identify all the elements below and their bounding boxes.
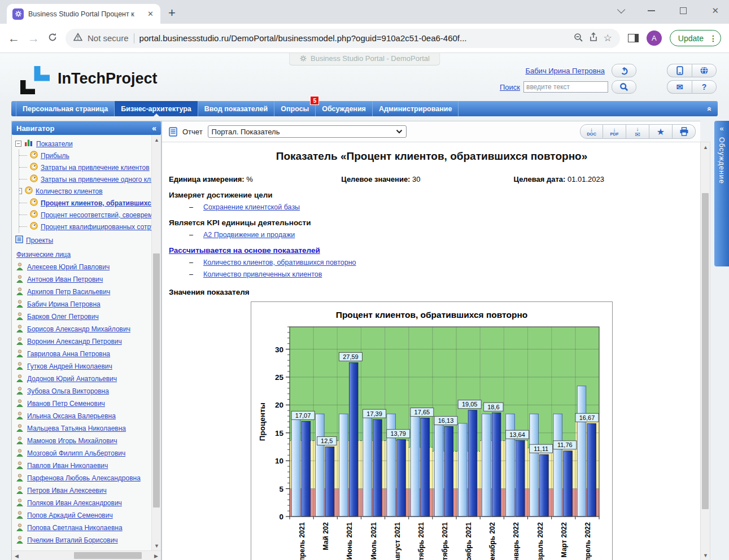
- person-link[interactable]: Гаврилова Анна Петровна: [27, 350, 110, 358]
- person-link[interactable]: Барков Олег Петрович: [27, 313, 99, 321]
- main-scroll-up-icon[interactable]: ▲: [701, 142, 710, 152]
- person-link[interactable]: Зубова Ольга Викторовна: [27, 387, 109, 395]
- print-button[interactable]: [673, 124, 696, 139]
- person-link[interactable]: Попов Аркадий Семенович: [27, 511, 113, 519]
- search-button[interactable]: [612, 80, 636, 94]
- sidebar-vertical-scrollbar[interactable]: ▲ ▼: [151, 135, 161, 550]
- scroll-right-icon[interactable]: ▶: [151, 551, 161, 560]
- person-link[interactable]: Додонов Юрий Анатольевич: [27, 375, 117, 383]
- scroll-left-icon[interactable]: ◀: [12, 551, 21, 560]
- nav-tab-item[interactable]: Персональная страница: [16, 101, 115, 116]
- nav-tab-item[interactable]: Ввод показателей: [198, 101, 274, 116]
- related-indicator-link[interactable]: Количество привлеченных клиентов: [203, 270, 322, 278]
- tab-close-icon[interactable]: ✕: [146, 10, 155, 18]
- sidebar-item-indicator[interactable]: Затраты на привлечение одного клие: [41, 176, 151, 183]
- svg-text:13,64: 13,64: [509, 431, 525, 438]
- nav-tabs: Персональная страницаБизнес-архитектураВ…: [11, 101, 459, 116]
- main-scroll-thumb[interactable]: [702, 193, 709, 509]
- sidebar-item-projects[interactable]: Проекты: [26, 237, 53, 244]
- person-link[interactable]: Мамонов Игорь Михайлович: [27, 437, 117, 445]
- new-tab-button[interactable]: +: [168, 6, 176, 20]
- sidebar-item-indicator[interactable]: Затраты на привлечение клиентов: [41, 164, 150, 172]
- report-select[interactable]: Портал. Показатель: [208, 125, 407, 138]
- nav-tab-item[interactable]: Обсуждения: [316, 101, 373, 116]
- person-link[interactable]: Антонов Иван Петрович: [27, 275, 103, 283]
- brand-name: InTechProject: [58, 70, 158, 88]
- section-heading-link[interactable]: Рассчитывается на основе показателей: [169, 246, 320, 255]
- discussion-panel-tab[interactable]: « Обсуждение: [714, 121, 729, 266]
- language-globe-button[interactable]: [692, 64, 717, 77]
- export-doc-button[interactable]: ↓DOC: [580, 124, 603, 139]
- sidebar-item-indicator[interactable]: Процент клиентов, обратившихся: [41, 199, 151, 207]
- nav-tab-item[interactable]: Администрирование: [373, 101, 459, 116]
- related-indicator-link[interactable]: Количество клиентов, обратившихся повтор…: [203, 259, 356, 266]
- export-pdf-button[interactable]: ↓PDF: [603, 124, 626, 139]
- related-indicator-link[interactable]: Сохранение клиентской базы: [203, 203, 300, 211]
- person-link[interactable]: Алексеев Юрий Павлович: [27, 263, 110, 271]
- person-link[interactable]: Воронин Александр Петрович: [27, 338, 122, 345]
- person-link[interactable]: Мальцева Татьяна Николаевна: [27, 425, 126, 432]
- person-link[interactable]: Поляков Иван Александрович: [27, 499, 122, 507]
- browser-menu-dots-icon[interactable]: ⋮: [709, 34, 717, 43]
- person-link[interactable]: Мозговой Филипп Альбертович: [27, 449, 125, 457]
- zoom-indicator-icon[interactable]: [573, 32, 583, 45]
- sidebar-item-indicators[interactable]: Показатели: [36, 140, 73, 148]
- person-link[interactable]: Парфенова Любовь Александровна: [27, 474, 141, 482]
- share-icon[interactable]: [588, 32, 599, 45]
- help-button[interactable]: ?: [692, 80, 717, 94]
- person-link[interactable]: Попова Светлана Николаевна: [27, 524, 123, 532]
- person-link[interactable]: Павлов Иван Николаевич: [27, 462, 108, 470]
- navbar-collapse-button[interactable]: «: [702, 101, 718, 116]
- sidebar-item-indicator[interactable]: Количество клиентов: [36, 187, 103, 195]
- update-browser-button[interactable]: Update ⋮: [670, 30, 721, 46]
- profile-avatar[interactable]: A: [647, 30, 662, 46]
- bookmark-star-icon[interactable]: ☆: [604, 32, 612, 44]
- person-link[interactable]: Петров Иван Алексеевич: [27, 487, 107, 495]
- logout-button[interactable]: [612, 64, 636, 77]
- window-maximize-icon[interactable]: [680, 7, 687, 14]
- collapse-expander-icon[interactable]: –: [15, 141, 21, 147]
- expand-icon[interactable]: +: [19, 188, 22, 194]
- side-panel-icon[interactable]: [628, 34, 639, 42]
- back-button[interactable]: ←: [8, 32, 20, 45]
- send-mail-button[interactable]: ↓✉: [626, 124, 649, 139]
- sidebar-scroll-thumb[interactable]: [153, 253, 160, 508]
- tab-title: Business Studio Portal Процент к: [28, 10, 142, 18]
- person-link[interactable]: Пчелкин Виталий Борисович: [27, 536, 118, 544]
- person-link[interactable]: Иванов Петр Семенович: [27, 400, 105, 408]
- sidebar-item-indicator[interactable]: Процент квалифицированных сотруд: [41, 223, 151, 231]
- sidebar-item-indicator[interactable]: Процент несоответствий, своевреме: [41, 211, 151, 219]
- forward-button[interactable]: →: [28, 32, 40, 45]
- current-user-link[interactable]: Бабич Ирина Петровна: [525, 67, 605, 75]
- scroll-up-icon[interactable]: ▲: [152, 135, 161, 145]
- sidebar-horizontal-scrollbar[interactable]: ◀ ▶: [12, 550, 161, 560]
- window-menu-chevron-icon[interactable]: [617, 6, 625, 14]
- scroll-down-icon[interactable]: ▼: [152, 541, 161, 550]
- sidebar-item-indicator[interactable]: Прибыль: [41, 152, 69, 160]
- search-input[interactable]: [523, 81, 608, 93]
- person-link[interactable]: Ильина Оксана Валерьевна: [27, 412, 116, 420]
- window-close-icon[interactable]: ✕: [711, 6, 719, 16]
- address-bar[interactable]: Not secure portal.businessstudio.ru/Demo…: [66, 29, 620, 48]
- reload-button[interactable]: [47, 32, 58, 45]
- sidebar-item-persons-header[interactable]: Физические лица: [16, 251, 151, 259]
- window-minimize-icon[interactable]: [648, 10, 655, 11]
- person-link[interactable]: Архипов Петр Васильевич: [27, 288, 110, 296]
- nav-tab-item[interactable]: Опросы5: [274, 101, 316, 116]
- sidebar-hscroll-thumb[interactable]: [74, 552, 142, 559]
- main-scroll-down-icon[interactable]: ▼: [701, 550, 710, 560]
- not-secure-warning-icon[interactable]: [73, 33, 82, 43]
- favorite-star-button[interactable]: ★: [649, 124, 673, 139]
- messages-button[interactable]: ✉: [667, 80, 692, 94]
- main-vertical-scrollbar[interactable]: ▲ ▼: [700, 142, 710, 560]
- related-indicator-link[interactable]: А2 Продвижение и продажи: [203, 231, 295, 239]
- person-link[interactable]: Борисов Александр Михайлович: [27, 325, 130, 333]
- person-icon: [16, 349, 23, 359]
- nav-tab-active[interactable]: Бизнес-архитектура: [115, 101, 198, 116]
- person-link[interactable]: Бабич Ирина Петровна: [27, 300, 101, 308]
- browser-tab[interactable]: Business Studio Portal Процент к ✕: [7, 4, 160, 24]
- mobile-version-button[interactable]: [667, 64, 692, 77]
- person-link[interactable]: Гутков Андрей Николаевич: [27, 362, 112, 370]
- search-link[interactable]: Поиск: [500, 83, 520, 91]
- navigator-collapse-icon[interactable]: «: [152, 124, 156, 133]
